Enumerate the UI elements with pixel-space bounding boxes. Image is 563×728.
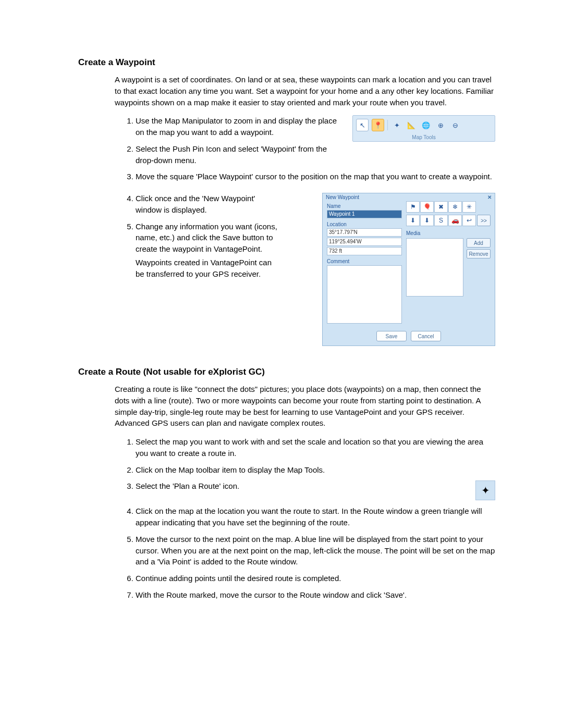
name-label: Name [327, 203, 402, 209]
route-step-2: Click on the Map toolbar item to display… [136, 464, 495, 476]
arrow-down2-icon[interactable]: ⬇ [420, 215, 434, 226]
zoom-out-icon[interactable]: ⊖ [449, 119, 461, 131]
heading-create-waypoint: Create a Waypoint [78, 57, 495, 68]
media-list[interactable] [406, 238, 463, 297]
new-waypoint-dialog: New Waypoint ✕ Name Waypoint 1 Location … [322, 193, 495, 346]
waypoint-note: Waypoints created in VantagePoint can be… [136, 257, 282, 280]
zoom-in-icon[interactable]: ⊕ [435, 119, 446, 131]
waypoint-step-2: Select the Push Pin Icon and select 'Way… [136, 143, 495, 166]
waypoint-section-body: A waypoint is a set of coordinates. On l… [115, 74, 495, 351]
close-icon[interactable]: ✕ [487, 194, 492, 200]
heading-create-route: Create a Route (Not usable for eXplorist… [78, 367, 495, 377]
waypoint-step-4: Click once and the 'New Waypoint' window… [136, 193, 282, 216]
waypoint-step-3: Move the square 'Place Waypoint' cursor … [136, 171, 495, 182]
dialog-title: New Waypoint [326, 194, 359, 200]
car-icon[interactable]: 🚗 [448, 215, 462, 226]
icon-row-1: ⚑ 🎈 ✖ ❄ ✳ [406, 201, 491, 213]
cross-icon[interactable]: ✖ [434, 201, 448, 213]
measure-icon[interactable]: 📐 [406, 119, 417, 131]
waypoint-intro: A waypoint is a set of coordinates. On l… [115, 74, 495, 108]
cursor-icon[interactable]: ↖ [356, 119, 369, 131]
add-button[interactable]: Add [467, 238, 491, 248]
s-icon[interactable]: S [434, 215, 448, 226]
globe-icon[interactable]: 🌐 [420, 119, 432, 131]
pushpin-icon[interactable]: 📍 [372, 119, 384, 131]
star-icon[interactable]: ✳ [462, 201, 476, 213]
map-tools-toolbar: ↖ 📍 ✦ 📐 🌐 ⊕ ⊖ Map Tools [352, 115, 495, 142]
route-step-1: Select the map you want to work with and… [136, 436, 495, 459]
comment-textarea[interactable] [327, 265, 402, 324]
route-step-3: Select the 'Plan a Route' icon. ✦ [136, 480, 495, 500]
name-input[interactable]: Waypoint 1 [327, 210, 402, 218]
cancel-button[interactable]: Cancel [411, 331, 441, 341]
toolbar-divider [387, 120, 388, 130]
plan-route-icon-large: ✦ [475, 480, 495, 500]
document-page: Create a Waypoint A waypoint is a set of… [0, 0, 563, 653]
balloon-icon[interactable]: 🎈 [420, 201, 434, 213]
more-icons-button[interactable]: >> [477, 215, 491, 226]
route-section-body: Creating a route is like "connect the do… [115, 384, 495, 601]
route-step-4: Click on the map at the location you wan… [136, 505, 495, 528]
map-tools-label: Map Tools [356, 133, 492, 140]
remove-button[interactable]: Remove [467, 249, 491, 258]
save-button[interactable]: Save [376, 331, 407, 341]
hook-icon[interactable]: ↩ [462, 215, 476, 226]
route-steps: Select the map you want to work with and… [115, 436, 495, 601]
route-step-7: With the Route marked, move the cursor t… [136, 589, 495, 601]
lat-input[interactable]: 35°17.797'N [327, 228, 402, 237]
flag-icon[interactable]: ⚑ [406, 201, 420, 213]
icon-row-2: ⬇ ⬇ S 🚗 ↩ [406, 215, 475, 226]
waypoint-steps-cont: Click once and the 'New Waypoint' window… [115, 193, 282, 279]
waypoint-step-5: Change any information you want (icons, … [136, 221, 282, 280]
snow-icon[interactable]: ❄ [448, 201, 462, 213]
arrow-down-icon[interactable]: ⬇ [406, 215, 420, 226]
route-step-6: Continue adding points until the desired… [136, 573, 495, 584]
route-step-5: Move the cursor to the next point on the… [136, 534, 495, 567]
media-label: Media [406, 230, 491, 236]
elev-input[interactable]: 732 ft [327, 247, 402, 255]
plan-route-icon[interactable]: ✦ [391, 119, 402, 131]
route-intro: Creating a route is like "connect the do… [115, 384, 495, 429]
lon-input[interactable]: 119°25.494'W [327, 238, 402, 246]
location-label: Location [327, 221, 402, 227]
comment-label: Comment [327, 258, 402, 264]
